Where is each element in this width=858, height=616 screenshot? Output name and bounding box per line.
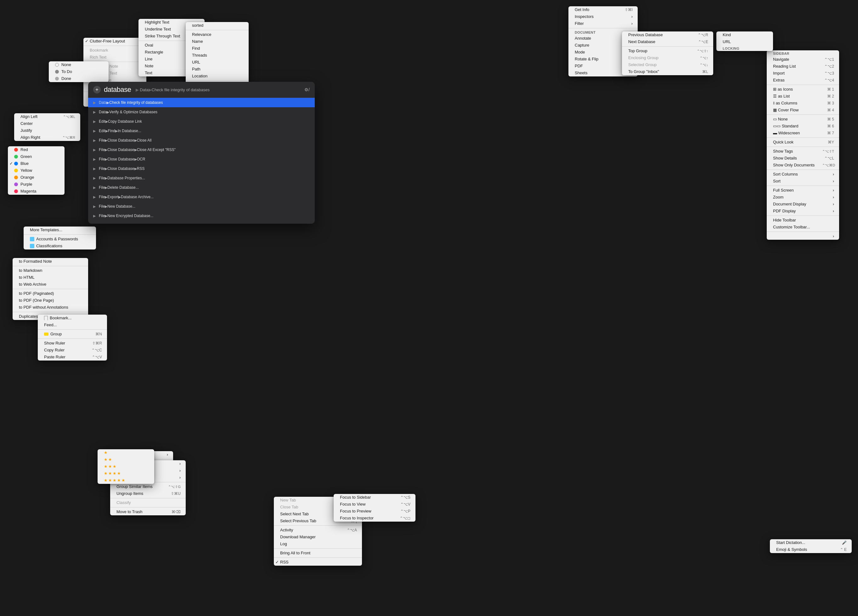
get-info-item[interactable]: Get Info ⇧⌘I: [569, 6, 638, 13]
focus-inspector-item[interactable]: Focus to Inspector ⌃⌥◻: [334, 515, 415, 521]
gear-button[interactable]: ⚙/: [305, 87, 310, 92]
show-only-docs-item[interactable]: Show Only Documents ⌃⌥⌘D: [767, 162, 839, 169]
align-left-item[interactable]: Align Left ⌃⌥⌘L: [14, 113, 80, 120]
name-item[interactable]: Name: [186, 38, 249, 45]
more-templates-item[interactable]: More Templates...: [23, 227, 96, 233]
center-item[interactable]: Center: [14, 120, 80, 127]
yellow-tag-item[interactable]: Yellow: [8, 167, 65, 174]
sort-item[interactable]: Sort ›: [767, 178, 839, 185]
zoom-item[interactable]: Zoom ›: [767, 194, 839, 201]
ungroup-items-item[interactable]: Ungroup Items ⇧⌘U: [110, 490, 186, 497]
color-tags-panel[interactable]: Red Green ✓ Blue Yellow Orange Purple Ma…: [8, 146, 65, 195]
result-item-6[interactable]: ▶ File▶Close Database▶OCR: [88, 154, 315, 164]
magenta-tag-item[interactable]: Magenta: [8, 188, 65, 195]
blue-tag-item[interactable]: ✓ Blue: [8, 160, 65, 167]
start-dictation-item[interactable]: Start Dictation... 🎤: [770, 539, 852, 546]
show-tags-item[interactable]: Show Tags ⌃⌥⇧T: [767, 148, 839, 155]
copy-ruler-item[interactable]: Copy Ruler ⌃⌥C: [38, 347, 107, 354]
focus-panel[interactable]: Focus to Sidebar ⌃⌥S Focus to View ⌃⌥V F…: [334, 494, 415, 521]
classifications-item[interactable]: Classifications: [23, 242, 96, 250]
customize-toolbar-item[interactable]: Customize Toolbar...: [767, 224, 839, 231]
top-group-item[interactable]: Top Group ⌃⌥⇧↑: [622, 48, 713, 54]
log-item[interactable]: Log: [274, 540, 362, 548]
todo-label-item[interactable]: To Do: [49, 68, 109, 75]
result-item-10[interactable]: ▶ File▶Export▶Database Archive...: [88, 192, 315, 202]
pdf-display-item[interactable]: PDF Display ›: [767, 208, 839, 214]
activity-item[interactable]: Activity ⌃⌥A: [274, 527, 362, 534]
bookmark-misc-item[interactable]: Bookmark...: [38, 315, 107, 321]
next-db-item[interactable]: Next Database ⌃⌥E: [622, 39, 713, 45]
result-item-11[interactable]: ▶ File▶New Database...: [88, 202, 315, 211]
doc-display-item[interactable]: Document Display ›: [767, 201, 839, 208]
as-list-item[interactable]: ☰ as List ⌘ 2: [767, 93, 839, 100]
to-markdown-item[interactable]: to Markdown: [12, 267, 88, 274]
result-item-1[interactable]: ▶ Data▶Verify & Optimize Databases: [88, 107, 315, 117]
templates-panel[interactable]: More Templates... Accounts & Passwords C…: [23, 227, 96, 250]
paste-ruler-item[interactable]: Paste Ruler ⌃⌥V: [38, 354, 107, 360]
path-item[interactable]: Path: [186, 66, 249, 73]
result-item-12[interactable]: ▶ File▶New Encrypted Database...: [88, 211, 315, 220]
stars-panel[interactable]: ★ ★★ ★★★ ★★★★ ★★★★★: [98, 449, 154, 484]
location-item[interactable]: Location: [186, 73, 249, 79]
two-star-item[interactable]: ★★: [98, 456, 154, 463]
accounts-passwords-item[interactable]: Accounts & Passwords: [23, 236, 96, 242]
result-item-3[interactable]: ▶ Edit▶Find▶In Database...: [88, 126, 315, 136]
threads-item[interactable]: Threads: [186, 52, 249, 59]
search-bar[interactable]: + database ▶ Data▶Check file integrity o…: [88, 82, 315, 224]
align-right-item[interactable]: Align Right ⌃⌥⌘R: [14, 134, 80, 141]
four-star-item[interactable]: ★★★★: [98, 470, 154, 477]
result-item-7[interactable]: ▶ File▶Close Database▶RSS: [88, 164, 315, 173]
result-item-0[interactable]: ▶ Data▶Check file integrity of databases: [88, 98, 315, 107]
result-item-8[interactable]: ▶ File▶Database Properties...: [88, 173, 315, 183]
more-item[interactable]: ›: [767, 233, 839, 240]
navigate-item[interactable]: Navigate ⌃⌥1: [767, 56, 839, 63]
sorted-item[interactable]: sorted: [186, 22, 249, 29]
inspectors-item[interactable]: Inspectors ›: [569, 13, 638, 20]
emoji-symbols-item[interactable]: Emoji & Symbols ⌃ E: [770, 546, 852, 553]
reading-list-item[interactable]: Reading List ⌃⌥2: [767, 63, 839, 70]
import-item[interactable]: Import ⌃⌥3: [767, 70, 839, 77]
alignment-panel[interactable]: Align Left ⌃⌥⌘L Center Justify Align Rig…: [14, 113, 80, 141]
full-screen-item[interactable]: Full Screen ›: [767, 187, 839, 194]
five-star-item[interactable]: ★★★★★: [98, 477, 154, 484]
feed-misc-item[interactable]: Feed...: [38, 321, 107, 329]
none-style-item[interactable]: ▭ None ⌘ 5: [767, 116, 839, 123]
bring-all-front-item[interactable]: Bring All to Front: [274, 549, 362, 557]
done-label-item[interactable]: Done: [49, 75, 109, 82]
add-button[interactable]: +: [93, 86, 101, 93]
result-item-5[interactable]: ▶ File▶Close Database▶Close All Except "…: [88, 145, 315, 154]
purple-tag-item[interactable]: Purple: [8, 181, 65, 188]
to-group-inbox-item[interactable]: To Group "Inbox" ⌘L: [622, 68, 713, 75]
convert-to-panel[interactable]: to Formatted Note to Markdown to HTML to…: [12, 258, 88, 320]
to-html-item[interactable]: to HTML: [12, 274, 88, 281]
quick-look-item[interactable]: Quick Look ⌘Y: [767, 139, 839, 146]
move-trash-item[interactable]: Move to Trash ⌘⌫: [110, 508, 186, 515]
justify-item[interactable]: Justify: [14, 127, 80, 134]
result-item-13[interactable]: ▶ File▶Open Database...: [88, 220, 315, 224]
green-tag-item[interactable]: Green: [8, 153, 65, 160]
none-todo-done-panel[interactable]: None To Do Done: [49, 61, 109, 82]
to-pdf-one-page-item[interactable]: to PDF (One Page): [12, 297, 88, 304]
focus-preview-item[interactable]: Focus to Preview ⌃⌥P: [334, 508, 415, 515]
filter-item[interactable]: Filter ›: [569, 20, 638, 27]
relevance-item[interactable]: Relevance: [186, 31, 249, 38]
locking-panel[interactable]: Kind URL Locking: [717, 31, 773, 51]
hide-toolbar-item[interactable]: Hide Toolbar: [767, 217, 839, 224]
show-ruler-item[interactable]: Show Ruler ⇧⌘R: [38, 340, 107, 347]
clutter-free-item[interactable]: ✓ Clutter-Free Layout: [83, 38, 146, 45]
cover-flow-item[interactable]: ▦ Cover Flow ⌘ 4: [767, 107, 839, 113]
as-columns-item[interactable]: ⦀ as Columns ⌘ 3: [767, 100, 839, 107]
download-manager-item[interactable]: Download Manager: [274, 534, 362, 540]
to-pdf-no-annot-item[interactable]: to PDF without Annotations: [12, 304, 88, 311]
result-item-4[interactable]: ▶ File▶Close Database▶Close All: [88, 136, 315, 145]
red-tag-item[interactable]: Red: [8, 146, 65, 153]
url-item[interactable]: URL: [717, 39, 773, 45]
three-star-item[interactable]: ★★★: [98, 463, 154, 470]
view-sidebar-panel[interactable]: sidebar Navigate ⌃⌥1 Reading List ⌃⌥2 Im…: [767, 50, 839, 240]
focus-sidebar-item[interactable]: Focus to Sidebar ⌃⌥S: [334, 494, 415, 501]
result-item-2[interactable]: ▶ Edit▶Copy Database Link: [88, 117, 315, 126]
widescreen-style-item[interactable]: ▬ Widescreen ⌘ 7: [767, 130, 839, 137]
show-details-item[interactable]: Show Details ⌃⌥L: [767, 155, 839, 162]
one-star-item[interactable]: ★: [98, 449, 154, 456]
find-item[interactable]: Find: [186, 45, 249, 52]
